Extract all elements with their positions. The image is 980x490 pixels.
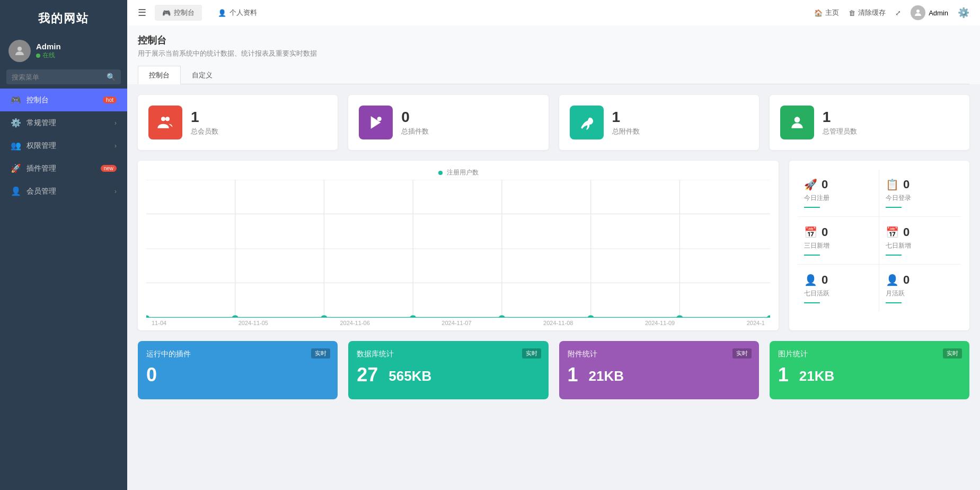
stat-members-info: 1 总会员数	[191, 109, 218, 136]
stat-card-attachments: 1 总附件数	[559, 95, 759, 150]
svg-point-4	[377, 117, 382, 121]
today-login-num: 0	[903, 178, 910, 191]
page-title: 控制台	[138, 34, 969, 47]
user-stats-grid: 🚀 0 今日注册 📋 0 今日登录	[798, 169, 961, 312]
bottom-card-db: 数据库统计 实时 27 565KB	[348, 341, 548, 399]
plugin-icon: 🚀	[11, 163, 21, 173]
chart-xaxis: 11-04 2024-11-05 2024-11-06 2024-11-07 2…	[146, 320, 770, 326]
stat-card-members: 1 总会员数	[138, 95, 338, 150]
sidebar-item-dashboard[interactable]: 🎮 控制台 hot	[0, 89, 127, 111]
topbar-tab-profile[interactable]: 👤 个人资料	[210, 5, 264, 21]
stat-card-plugins: 0 总插件数	[348, 95, 548, 150]
7day-new-icon: 📅	[886, 226, 899, 239]
home-action[interactable]: 🏠 主页	[814, 8, 839, 18]
today-login-label: 今日登录	[886, 194, 955, 203]
plugins-running-num: 0	[146, 365, 157, 384]
images-title: 图片统计	[778, 349, 961, 359]
chart-x-label-0: 11-04	[152, 320, 166, 326]
sidebar-item-plugin[interactable]: 🚀 插件管理 new	[0, 157, 127, 180]
bottom-card-images: 图片统计 实时 1 21KB	[770, 341, 969, 399]
page-desc: 用于展示当前系统中的统计数据、统计报表及重要实时数据	[138, 49, 969, 58]
content-area: 控制台 用于展示当前系统中的统计数据、统计报表及重要实时数据 控制台 自定义 1…	[127, 25, 980, 490]
today-register-num: 0	[822, 178, 828, 191]
plugins-icon	[359, 106, 393, 139]
stat-members-number: 1	[191, 109, 218, 126]
avatar	[8, 40, 31, 62]
username: Admin	[36, 42, 61, 51]
user-stat-7day-new: 📅 0 七日新增	[879, 217, 961, 265]
chart-svg	[146, 180, 770, 318]
search-box[interactable]: 🔍	[6, 69, 121, 84]
topbar-user[interactable]: Admin	[911, 5, 948, 20]
attachments-title: 附件统计	[568, 349, 751, 359]
svg-point-1	[916, 10, 920, 13]
plugins-running-values: 0	[146, 365, 329, 384]
plugins-running-title: 运行中的插件	[146, 349, 329, 359]
page-tabs: 控制台 自定义	[138, 66, 969, 84]
db-badge: 实时	[522, 348, 541, 358]
svg-point-2	[161, 117, 165, 121]
home-icon: 🏠	[814, 9, 823, 17]
user-stat-today-login: 📋 0 今日登录	[879, 169, 961, 217]
admins-icon	[780, 106, 814, 139]
svg-point-20	[410, 315, 416, 318]
sidebar-item-member[interactable]: 👤 会员管理 ›	[0, 180, 127, 203]
settings-icon[interactable]: ⚙️	[958, 7, 969, 19]
user-stat-today-register: 🚀 0 今日注册	[798, 169, 879, 217]
attachments-num: 1	[568, 365, 578, 384]
chart-legend: 注册用户数	[438, 168, 479, 177]
chart-legend-label: 注册用户数	[447, 168, 479, 177]
search-icon: 🔍	[107, 73, 116, 81]
topbar-username: Admin	[929, 9, 948, 17]
monthly-active-icon: 👤	[886, 274, 899, 286]
svg-point-18	[232, 315, 239, 318]
7day-active-num: 0	[822, 273, 828, 287]
page-tab-dashboard[interactable]: 控制台	[138, 66, 181, 84]
clear-cache-label: 清除缓存	[858, 8, 886, 18]
stat-card-admins: 1 总管理员数	[770, 95, 969, 150]
chart-x-label-1: 2024-11-05	[239, 320, 268, 326]
today-register-label: 今日注册	[804, 194, 872, 203]
page-tab-custom[interactable]: 自定义	[181, 66, 224, 84]
stat-admins-label: 总管理员数	[823, 127, 857, 136]
svg-point-24	[767, 315, 770, 318]
user-stat-monthly-active: 👤 0 月活跃	[879, 265, 961, 312]
home-label: 主页	[825, 8, 839, 18]
sidebar: 我的网站 Admin 在线 🔍 🎮 控制台 hot ⚙️ 常规管理 › 👥	[0, 0, 127, 490]
stat-attachments-number: 1	[612, 109, 640, 126]
3day-new-label: 三日新增	[804, 241, 872, 250]
main-area: ☰ 🎮 控制台 👤 个人资料 🏠 主页 🗑 清除缓存 ⤢	[127, 0, 980, 490]
hamburger-icon[interactable]: ☰	[138, 7, 146, 19]
stat-admins-number: 1	[823, 109, 857, 126]
images-size: 21KB	[799, 368, 834, 384]
attachments-badge: 实时	[732, 348, 752, 358]
sidebar-item-general[interactable]: ⚙️ 常规管理 ›	[0, 111, 127, 134]
7day-new-label: 七日新增	[886, 241, 955, 250]
topbar: ☰ 🎮 控制台 👤 个人资料 🏠 主页 🗑 清除缓存 ⤢	[127, 0, 980, 25]
clear-cache-action[interactable]: 🗑 清除缓存	[849, 8, 886, 18]
plugins-running-badge: 实时	[311, 348, 330, 358]
images-num: 1	[778, 365, 789, 384]
tab-profile-icon: 👤	[218, 9, 226, 17]
dashboard-badge: hot	[103, 97, 117, 103]
fullscreen-action[interactable]: ⤢	[895, 9, 901, 17]
member-arrow-icon: ›	[114, 188, 117, 195]
search-input[interactable]	[12, 73, 103, 81]
page-header: 控制台 用于展示当前系统中的统计数据、统计报表及重要实时数据 控制台 自定义	[127, 25, 980, 84]
trash-icon: 🗑	[849, 9, 855, 17]
tab-profile-label: 个人资料	[229, 8, 257, 18]
stat-attachments-info: 1 总附件数	[612, 109, 640, 136]
topbar-avatar	[911, 5, 925, 20]
user-stat-3day-new: 📅 0 三日新增	[798, 217, 879, 265]
svg-point-19	[321, 315, 328, 318]
topbar-right: 🏠 主页 🗑 清除缓存 ⤢ Admin ⚙️	[814, 5, 969, 20]
db-num: 27	[357, 365, 378, 384]
tab-dashboard-icon: 🎮	[162, 9, 171, 17]
stat-plugins-info: 0 总插件数	[401, 109, 429, 136]
dashboard-label: 控制台	[27, 95, 49, 105]
stat-attachments-label: 总附件数	[612, 127, 640, 136]
sidebar-item-permission[interactable]: 👥 权限管理 ›	[0, 134, 127, 157]
db-values: 27 565KB	[357, 365, 540, 384]
topbar-tab-dashboard[interactable]: 🎮 控制台	[155, 5, 202, 21]
7day-active-label: 七日活跃	[804, 289, 872, 298]
